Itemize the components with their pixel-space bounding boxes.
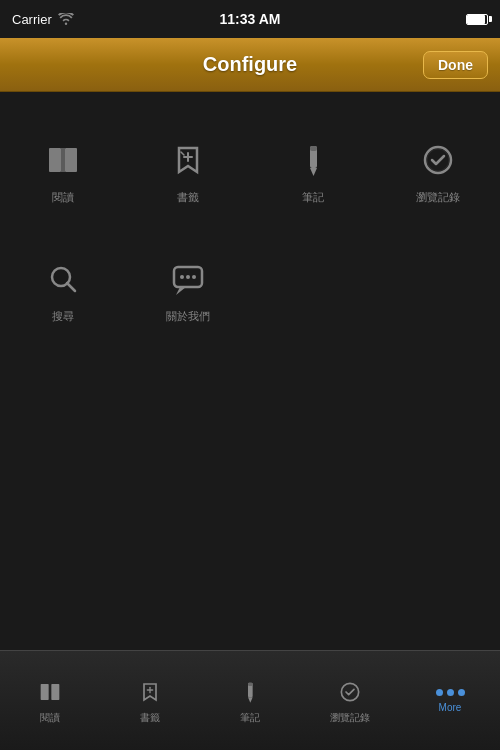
header-title: Configure [203, 53, 297, 76]
tab-history-icon [335, 677, 365, 707]
svg-point-25 [341, 683, 358, 700]
svg-point-10 [427, 149, 449, 171]
notes-icon [291, 138, 335, 182]
wifi-icon [58, 13, 74, 25]
tab-item-notes[interactable]: 筆記 [200, 669, 300, 733]
tab-item-bookmark[interactable]: 書籤 [100, 669, 200, 733]
battery-icon [466, 14, 488, 25]
tab-reading-label: 閱讀 [40, 711, 60, 725]
history-label: 瀏覽記錄 [416, 190, 460, 205]
dot-3 [458, 689, 465, 696]
notes-label: 筆記 [302, 190, 324, 205]
svg-rect-0 [49, 148, 61, 172]
svg-point-17 [192, 275, 196, 279]
status-left: Carrier [12, 12, 74, 27]
svg-rect-18 [41, 684, 49, 700]
more-dots [436, 689, 465, 696]
icon-item-history[interactable]: 瀏覽記錄 [375, 122, 500, 221]
status-time: 11:33 AM [220, 11, 281, 27]
icon-item-bookmark[interactable]: 書籤 [125, 122, 250, 221]
icon-item-search[interactable]: 搜尋 [0, 241, 125, 340]
tab-item-history[interactable]: 瀏覽記錄 [300, 669, 400, 733]
tab-notes-icon [235, 677, 265, 707]
svg-point-16 [186, 275, 190, 279]
reading-icon [41, 138, 85, 182]
svg-line-5 [181, 152, 184, 155]
icon-item-empty-1 [250, 241, 375, 340]
tab-notes-label: 筆記 [240, 711, 260, 725]
about-icon [166, 257, 210, 301]
search-icon [41, 257, 85, 301]
tab-history-label: 瀏覽記錄 [330, 711, 370, 725]
done-button[interactable]: Done [423, 51, 488, 79]
icon-item-about[interactable]: 關於我們 [125, 241, 250, 340]
svg-rect-2 [61, 148, 65, 172]
svg-marker-7 [310, 168, 317, 176]
tab-item-more[interactable]: More [400, 681, 500, 721]
tab-reading-icon [35, 677, 65, 707]
carrier-label: Carrier [12, 12, 52, 27]
tab-bookmark-icon [135, 677, 165, 707]
icon-item-reading[interactable]: 閱讀 [0, 122, 125, 221]
search-label: 搜尋 [52, 309, 74, 324]
svg-rect-24 [248, 682, 253, 685]
icon-grid-row2: 搜尋 關於我們 [0, 231, 500, 350]
svg-point-9 [425, 147, 451, 173]
svg-rect-8 [310, 146, 317, 151]
dot-1 [436, 689, 443, 696]
history-icon [416, 138, 460, 182]
svg-point-15 [180, 275, 184, 279]
tab-bar: 閱讀 書籤 筆記 瀏覽記錄 [0, 650, 500, 750]
icon-grid-row1: 閱讀 書籤 [0, 112, 500, 231]
header: Configure Done [0, 38, 500, 92]
status-bar: Carrier 11:33 AM [0, 0, 500, 38]
svg-rect-19 [51, 684, 59, 700]
svg-line-12 [67, 283, 75, 291]
main-content: 閱讀 書籤 [0, 92, 500, 650]
bookmark-icon [166, 138, 210, 182]
about-label: 關於我們 [166, 309, 210, 324]
tab-bookmark-label: 書籤 [140, 711, 160, 725]
status-right [462, 14, 488, 25]
svg-rect-1 [65, 148, 77, 172]
reading-label: 閱讀 [52, 190, 74, 205]
svg-marker-23 [248, 697, 253, 702]
tab-item-reading[interactable]: 閱讀 [0, 669, 100, 733]
dot-2 [447, 689, 454, 696]
icon-item-notes[interactable]: 筆記 [250, 122, 375, 221]
bookmark-label: 書籤 [177, 190, 199, 205]
tab-more-label: More [439, 702, 462, 713]
icon-item-empty-2 [375, 241, 500, 340]
